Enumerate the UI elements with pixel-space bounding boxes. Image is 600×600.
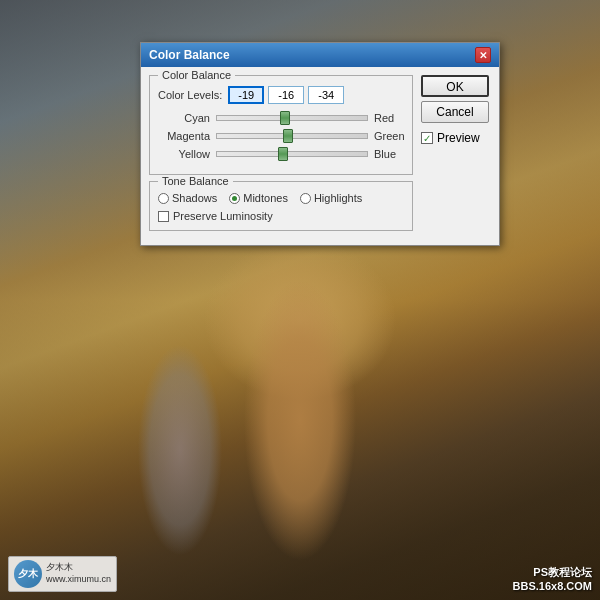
preserve-luminosity-row[interactable]: Preserve Luminosity xyxy=(158,210,404,222)
yellow-blue-slider-row: Yellow Blue xyxy=(158,148,404,160)
magenta-green-thumb[interactable] xyxy=(283,129,293,143)
dialog-left-panel: Color Balance Color Levels: Cyan Red xyxy=(149,75,413,237)
watermark-logo: 夕木 xyxy=(14,560,42,588)
color-balance-dialog: Color Balance ✕ Color Balance Color Leve… xyxy=(140,42,500,246)
watermark-text: 夕木木 www.ximumu.cn xyxy=(46,562,111,585)
highlights-label: Highlights xyxy=(314,192,362,204)
color-balance-group: Color Balance Color Levels: Cyan Red xyxy=(149,75,413,175)
ok-button[interactable]: OK xyxy=(421,75,489,97)
tone-balance-group-label: Tone Balance xyxy=(158,175,233,187)
dialog-body: Color Balance Color Levels: Cyan Red xyxy=(141,67,499,245)
preserve-luminosity-label: Preserve Luminosity xyxy=(173,210,273,222)
preview-checkbox[interactable]: ✓ xyxy=(421,132,433,144)
preserve-luminosity-checkbox[interactable] xyxy=(158,211,169,222)
color-input-1[interactable] xyxy=(228,86,264,104)
color-input-3[interactable] xyxy=(308,86,344,104)
shadows-label: Shadows xyxy=(172,192,217,204)
preview-label: Preview xyxy=(437,131,480,145)
midtones-radio[interactable]: Midtones xyxy=(229,192,288,204)
blue-label: Blue xyxy=(374,148,404,160)
yellow-label: Yellow xyxy=(158,148,210,160)
dialog-right-panel: OK Cancel ✓ Preview xyxy=(421,75,491,237)
cancel-button[interactable]: Cancel xyxy=(421,101,489,123)
cyan-label: Cyan xyxy=(158,112,210,124)
midtones-label: Midtones xyxy=(243,192,288,204)
tone-radio-row: Shadows Midtones Highlights xyxy=(158,192,404,204)
watermark-left: 夕木 夕木木 www.ximumu.cn xyxy=(8,556,117,592)
shadows-radio[interactable]: Shadows xyxy=(158,192,217,204)
color-balance-group-label: Color Balance xyxy=(158,69,235,81)
color-levels-row: Color Levels: xyxy=(158,86,404,104)
midtones-radio-circle[interactable] xyxy=(229,193,240,204)
yellow-blue-track[interactable] xyxy=(216,151,368,157)
preview-row: ✓ Preview xyxy=(421,131,491,145)
color-input-2[interactable] xyxy=(268,86,304,104)
tone-balance-group: Tone Balance Shadows Midtones Highlights xyxy=(149,181,413,231)
green-label: Green xyxy=(374,130,404,142)
dialog-titlebar[interactable]: Color Balance ✕ xyxy=(141,43,499,67)
cyan-red-slider-row: Cyan Red xyxy=(158,112,404,124)
magenta-label: Magenta xyxy=(158,130,210,142)
red-label: Red xyxy=(374,112,404,124)
dialog-title: Color Balance xyxy=(149,48,230,62)
color-levels-label: Color Levels: xyxy=(158,89,222,101)
watermark-right: PS教程论坛 BBS.16x8.COM xyxy=(513,565,592,592)
highlights-radio-circle[interactable] xyxy=(300,193,311,204)
magenta-green-track[interactable] xyxy=(216,133,368,139)
cyan-red-thumb[interactable] xyxy=(280,111,290,125)
yellow-blue-thumb[interactable] xyxy=(278,147,288,161)
shadows-radio-circle[interactable] xyxy=(158,193,169,204)
close-button[interactable]: ✕ xyxy=(475,47,491,63)
magenta-green-slider-row: Magenta Green xyxy=(158,130,404,142)
cyan-red-track[interactable] xyxy=(216,115,368,121)
highlights-radio[interactable]: Highlights xyxy=(300,192,362,204)
